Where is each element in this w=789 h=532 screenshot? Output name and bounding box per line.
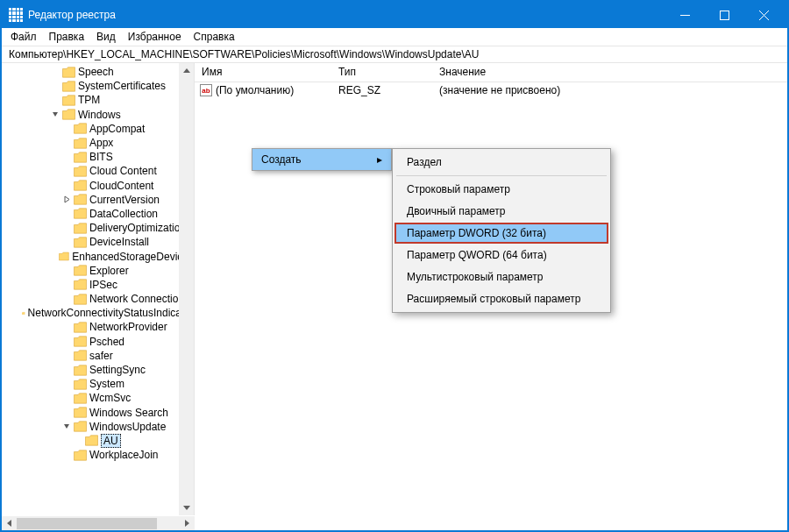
tree-item[interactable]: System [2,377,194,391]
tree-item[interactable]: DataCollection [2,207,194,221]
tree-item[interactable]: IPSec [2,278,194,292]
expander-icon[interactable] [62,138,72,148]
expander-icon[interactable] [62,351,72,360]
tree-item[interactable]: CurrentVersion [2,193,194,207]
menu-item-qword[interactable]: Параметр QWORD (64 бита) [394,245,608,266]
close-button[interactable] [744,2,784,28]
minimize-button[interactable] [665,2,705,28]
tree-item[interactable]: WcmSvc [2,391,194,405]
column-type[interactable]: Тип [331,63,432,82]
expander-icon[interactable] [62,323,72,332]
menu-item-key[interactable]: Раздел [394,152,608,173]
menu-item-binary[interactable]: Двоичный параметр [394,201,608,222]
tree-item[interactable]: WindowsUpdate [2,420,194,434]
menu-file[interactable]: Файл [5,30,42,44]
tree-item[interactable]: Speech [2,65,194,79]
menu-item-create[interactable]: Создать ▸ [252,149,391,170]
tree-item-label: Appx [89,137,113,149]
list-item[interactable]: ab (По умолчанию) REG_SZ (значение не пр… [195,82,787,98]
list-body[interactable]: ab (По умолчанию) REG_SZ (значение не пр… [195,82,787,515]
list-header: Имя Тип Значение [195,63,787,82]
expander-icon[interactable] [62,195,72,204]
menu-edit[interactable]: Правка [44,30,90,44]
tree-item[interactable]: NetworkConnectivityStatusIndicator [2,306,194,320]
expander-icon[interactable] [62,394,72,403]
address-bar[interactable]: Компьютер\HKEY_LOCAL_MACHINE\SOFTWARE\Po… [2,46,787,63]
expander-icon[interactable] [62,280,72,289]
menu-view[interactable]: Вид [91,30,121,44]
tree-item[interactable]: AppCompat [2,122,194,136]
expander-icon[interactable] [62,181,72,190]
scroll-up-icon[interactable] [179,63,194,78]
tree-item[interactable]: safer [2,349,194,363]
expander-icon[interactable] [62,238,72,247]
tree-item[interactable]: SystemCertificates [2,79,194,93]
tree-item[interactable]: DeliveryOptimization [2,221,194,235]
scroll-right-icon[interactable] [180,516,195,530]
column-data[interactable]: Значение [432,63,787,82]
expander-icon[interactable] [62,124,72,133]
expander-icon[interactable] [62,266,72,275]
tree-item[interactable]: CloudContent [2,179,194,193]
tree-item[interactable]: AU [2,434,194,448]
expander-icon[interactable] [18,309,20,318]
tree-item-label: Psched [89,336,124,348]
tree-item[interactable]: DeviceInstall [2,235,194,249]
scroll-left-icon[interactable] [2,516,17,530]
expander-icon[interactable] [74,436,83,445]
expander-icon[interactable] [62,294,72,304]
menu-help[interactable]: Справка [188,30,240,44]
scrollbar-thumb[interactable] [17,518,157,529]
tree-item-label: DeliveryOptimization [89,222,186,234]
tree-item-label: Windows Search [89,407,168,419]
expander-icon[interactable] [62,450,72,460]
content-area: SpeechSystemCertificatesTPMWindowsAppCom… [2,63,787,515]
expander-icon[interactable] [51,82,60,91]
expander-icon[interactable] [62,422,72,431]
tree-panel[interactable]: SpeechSystemCertificatesTPMWindowsAppCom… [2,63,195,515]
tree-item[interactable]: Appx [2,136,194,150]
maximize-button[interactable] [705,2,744,28]
tree-item-label: SettingSync [89,364,146,376]
tree-item[interactable]: Windows [2,108,194,122]
menu-item-dword[interactable]: Параметр DWORD (32 бита) [394,223,608,244]
tree-item[interactable]: TPM [2,93,194,107]
expander-icon[interactable] [51,96,60,105]
tree-item[interactable]: WorkplaceJoin [2,448,194,462]
tree-scrollbar-horizontal[interactable] [2,515,195,530]
tree-item-label: Speech [78,66,114,78]
tree-item-label: AU [101,434,121,448]
column-name[interactable]: Имя [195,63,331,82]
expander-icon[interactable] [62,209,72,218]
expander-icon[interactable] [62,365,72,375]
context-menu[interactable]: Создать ▸ [252,148,392,171]
expander-icon[interactable] [50,252,58,261]
expander-icon[interactable] [62,153,72,162]
menu-item-multistring[interactable]: Мультистроковый параметр [394,266,608,287]
expander-icon[interactable] [62,379,72,389]
expander-icon[interactable] [62,337,72,346]
menu-item-expandstring[interactable]: Расширяемый строковый параметр [394,288,608,309]
tree-item[interactable]: Cloud Content [2,164,194,178]
tree-item[interactable]: SettingSync [2,363,194,377]
expander-icon[interactable] [51,67,60,77]
titlebar[interactable]: Редактор реестра [2,2,787,28]
context-submenu[interactable]: Раздел Строковый параметр Двоичный парам… [392,148,611,313]
tree-item[interactable]: BITS [2,150,194,164]
menu-favorites[interactable]: Избранное [123,30,187,44]
tree-item[interactable]: EnhancedStorageDevices [2,249,194,263]
scroll-down-icon[interactable] [179,500,194,515]
tree-item[interactable]: Explorer [2,264,194,278]
expander-icon[interactable] [62,167,72,176]
tree-item[interactable]: Psched [2,335,194,349]
registry-editor-window: Редактор реестра Файл Правка Вид Избранн… [0,0,789,532]
values-panel: Имя Тип Значение ab (По умолчанию) REG_S… [195,63,787,515]
tree-item[interactable]: Network Connections [2,292,194,306]
tree-scrollbar-vertical[interactable] [179,63,194,515]
expander-icon[interactable] [62,408,72,417]
tree-item[interactable]: Windows Search [2,406,194,420]
tree-item[interactable]: NetworkProvider [2,320,194,334]
expander-icon[interactable] [62,223,72,233]
expander-icon[interactable] [51,110,60,119]
menu-item-string[interactable]: Строковый параметр [394,179,608,200]
